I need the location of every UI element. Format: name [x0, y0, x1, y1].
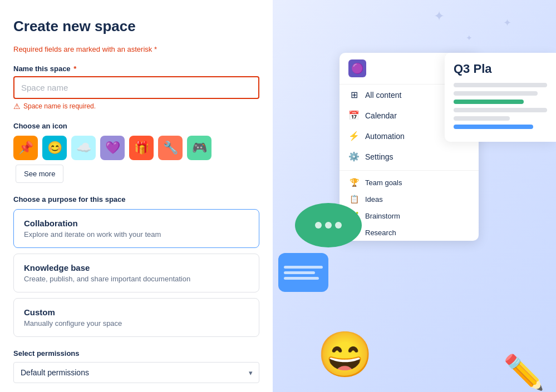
see-more-button[interactable]: See more — [16, 165, 63, 183]
permissions-select-wrapper: Default permissions Public Private Custo… — [13, 362, 259, 383]
icon-wrench[interactable]: 🔧 — [158, 136, 183, 160]
custom-title: Custom — [24, 307, 249, 317]
permissions-label: Select permissions — [13, 349, 259, 358]
q3-bar-5 — [454, 116, 510, 121]
icon-gift[interactable]: 🎁 — [129, 136, 154, 160]
sidebar-sub-team-goals-label: Team goals — [365, 178, 402, 187]
chat-area — [278, 203, 390, 292]
team-goals-icon: 🏆 — [348, 178, 360, 187]
purpose-label: Choose a purpose for this space — [13, 195, 259, 204]
name-field-group: Name this space * ⚠ Space name is requir… — [13, 64, 259, 111]
emoji-face: 😄 — [317, 329, 373, 381]
bubble-line-3 — [284, 277, 319, 280]
sidebar-item-calendar-label: Calendar — [365, 111, 397, 120]
icon-heart[interactable]: 💜 — [100, 136, 125, 160]
sidebar-item-automation-label: Automation — [365, 132, 405, 141]
required-note: Required fields are marked with an aster… — [13, 45, 259, 53]
bubble-dot-2 — [325, 222, 332, 229]
icon-row: 📌 😊 ☁️ 💜 🎁 🔧 🎮 See more — [13, 136, 259, 183]
bubble-line-1 — [284, 266, 323, 269]
name-field-label: Name this space * — [13, 64, 259, 73]
bubble-dot-1 — [315, 222, 322, 229]
icon-pin[interactable]: 📌 — [13, 136, 38, 160]
knowledge-base-desc: Create, publish, and share important doc… — [24, 275, 249, 283]
space-icon: 🟣 — [348, 59, 366, 77]
left-panel: Create new space Required fields are mar… — [0, 0, 273, 392]
bubble-blue — [278, 253, 328, 292]
icon-smile[interactable]: 😊 — [42, 136, 67, 160]
sidebar-item-settings-label: Settings — [365, 152, 393, 161]
bubble-dot-3 — [335, 222, 342, 229]
required-asterisk: * — [154, 45, 157, 53]
name-error-message: ⚠ Space name is required. — [13, 102, 259, 111]
q3-bar-1 — [454, 83, 547, 87]
q3-panel: Q3 Pla — [445, 53, 556, 142]
automation-icon: ⚡ — [348, 131, 360, 141]
space-name-input[interactable] — [13, 76, 259, 99]
q3-title: Q3 Pla — [454, 62, 547, 76]
icon-game[interactable]: 🎮 — [187, 136, 211, 160]
calendar-icon: 📅 — [348, 110, 360, 121]
sidebar-item-all-content-label: All content — [365, 91, 401, 100]
purpose-card-collaboration[interactable]: Collaboration Explore and iterate on wor… — [13, 209, 259, 248]
custom-desc: Manually configure your space — [24, 319, 249, 328]
sidebar-divider — [339, 170, 479, 171]
permissions-select[interactable]: Default permissions Public Private Custo… — [13, 362, 259, 383]
purpose-card-custom[interactable]: Custom Manually configure your space — [13, 298, 259, 337]
icon-label: Choose an icon — [13, 122, 259, 130]
page-title: Create new space — [13, 18, 259, 35]
sidebar-sub-team-goals[interactable]: 🏆 Team goals — [339, 174, 479, 191]
collaboration-desc: Explore and iterate on work with your te… — [24, 230, 249, 239]
collaboration-title: Collaboration — [24, 219, 249, 228]
settings-icon: ⚙️ — [348, 151, 360, 162]
bubble-green — [295, 203, 362, 247]
bubble-lines — [284, 266, 323, 280]
q3-bar-2 — [454, 91, 538, 96]
all-content-icon: ⊞ — [348, 90, 360, 100]
error-icon: ⚠ — [13, 102, 21, 111]
purpose-card-knowledge-base[interactable]: Knowledge base Create, publish, and shar… — [13, 254, 259, 292]
sparkle-icon-2: ✦ — [466, 33, 473, 42]
knowledge-base-title: Knowledge base — [24, 263, 249, 272]
pencil-icon: ✏️ — [503, 353, 545, 392]
ideas-icon: 📋 — [348, 195, 360, 204]
q3-bar-3 — [454, 100, 524, 104]
right-panel: ✦ ✦ ✦ 🚀 🟣 ⊞ All content 📅 Calendar ⚡ Aut… — [273, 0, 556, 392]
bubble-line-2 — [284, 271, 315, 274]
sidebar-item-settings[interactable]: ⚙️ Settings — [339, 146, 479, 167]
sparkle-icon-1: ✦ — [503, 17, 511, 29]
q3-bar-6 — [454, 125, 533, 129]
q3-bar-4 — [454, 108, 547, 112]
icon-cloud[interactable]: ☁️ — [71, 136, 96, 160]
sidebar-sub-ideas-label: Ideas — [365, 195, 383, 204]
sparkle-icon-3: ✦ — [434, 8, 445, 24]
